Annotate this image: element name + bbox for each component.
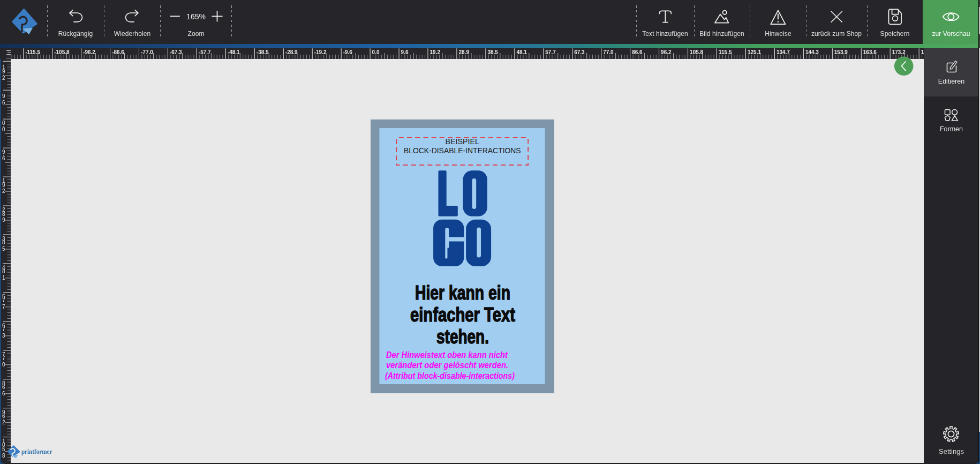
svg-text:1: 1 [2, 275, 5, 281]
svg-text:77.0: 77.0 [603, 49, 614, 55]
svg-text:67.3: 67.3 [574, 49, 585, 55]
svg-text:6: 6 [2, 391, 5, 396]
svg-text:28.9: 28.9 [459, 49, 470, 55]
svg-text:-86.6: -86.6 [112, 49, 124, 55]
svg-text:19.2: 19.2 [430, 49, 441, 55]
svg-text:9: 9 [2, 217, 5, 223]
svg-text:9.6: 9.6 [401, 49, 409, 55]
svg-text:2: 2 [2, 188, 5, 194]
svg-text:-9.6: -9.6 [343, 49, 353, 55]
svg-text:0: 0 [2, 126, 5, 132]
svg-text:115.5: 115.5 [719, 49, 732, 55]
svg-text:(Attribut block-disable-intera: (Attribut block-disable-interactions) [385, 371, 515, 380]
svg-text:printformer: printformer [21, 447, 52, 455]
svg-text:96.2: 96.2 [661, 49, 672, 55]
svg-text:2: 2 [2, 420, 5, 425]
svg-text:Der Hinweistext oben kann nich: Der Hinweistext oben kann nicht [386, 350, 508, 360]
svg-text:stehen.: stehen. [436, 326, 489, 348]
svg-text:-115.5: -115.5 [25, 49, 40, 55]
svg-text:105.8: 105.8 [690, 49, 703, 55]
svg-text:-77.0: -77.0 [141, 49, 153, 55]
svg-text:-67.3: -67.3 [170, 49, 182, 55]
svg-text:-105.8: -105.8 [54, 49, 70, 55]
svg-text:38.5: 38.5 [487, 49, 498, 55]
svg-text:5: 5 [2, 246, 5, 252]
svg-text:3: 3 [2, 333, 5, 339]
svg-text:-28.9: -28.9 [285, 49, 298, 55]
svg-text:2: 2 [2, 75, 5, 81]
svg-text:6: 6 [2, 100, 5, 106]
svg-text:0.0: 0.0 [372, 49, 380, 55]
svg-text:86.6: 86.6 [632, 49, 643, 55]
svg-text:0: 0 [2, 362, 5, 368]
svg-text:144.3: 144.3 [805, 49, 819, 55]
svg-text:verändert oder gelöscht werden: verändert oder gelöscht werden. [386, 360, 508, 370]
svg-text:57.7: 57.7 [545, 49, 556, 55]
svg-text:einfacher Text: einfacher Text [410, 304, 515, 326]
svg-text:125.1: 125.1 [748, 49, 761, 55]
svg-text:153.9: 153.9 [834, 49, 848, 55]
svg-text:-48.1: -48.1 [228, 49, 240, 55]
svg-text:173.2: 173.2 [892, 49, 906, 55]
svg-text:BLOCK-DISABLE-INTERACTIONS: BLOCK-DISABLE-INTERACTIONS [404, 146, 521, 155]
svg-text:134.7: 134.7 [777, 49, 790, 55]
svg-text:-96.2: -96.2 [83, 49, 95, 55]
svg-text:Hier kann ein: Hier kann ein [415, 282, 510, 304]
svg-text:48.1: 48.1 [516, 49, 527, 55]
svg-text:-57.7: -57.7 [199, 49, 211, 55]
svg-text:BEISPIEL: BEISPIEL [446, 137, 480, 146]
svg-text:6: 6 [2, 155, 5, 161]
svg-text:-19.2: -19.2 [314, 49, 327, 55]
svg-text:7: 7 [2, 304, 5, 310]
svg-text:-38.5: -38.5 [257, 49, 269, 55]
svg-text:163.6: 163.6 [863, 49, 877, 55]
